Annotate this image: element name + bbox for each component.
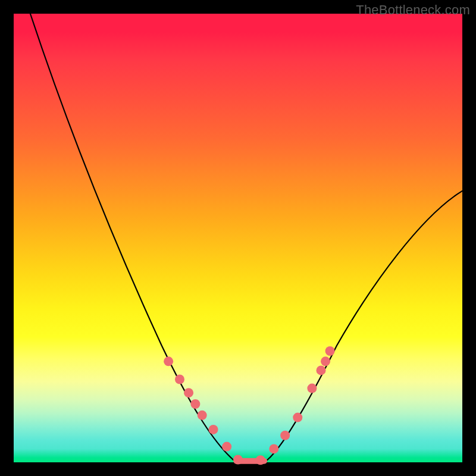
chart-plot-area xyxy=(14,14,462,462)
watermark-text: TheBottleneck.com xyxy=(356,2,470,18)
